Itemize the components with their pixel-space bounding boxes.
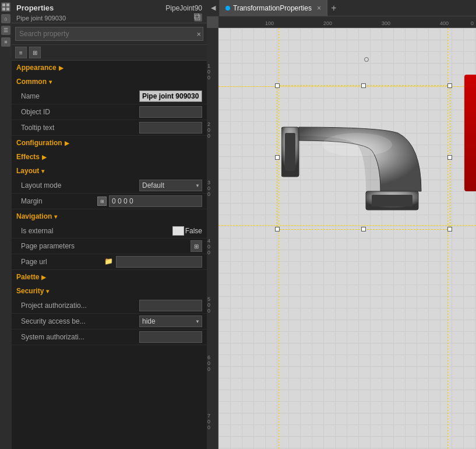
- svg-rect-9: [372, 195, 412, 206]
- appearance-arrow: ▶: [59, 65, 64, 71]
- name-label: Name: [21, 92, 139, 100]
- ruler-vertical: 100 200 300 400 500 600 700: [207, 28, 218, 449]
- ruler-vmark-500: 500: [207, 296, 210, 314]
- sysauth-label: System authorizati...: [21, 333, 139, 341]
- property-name-row: Name: [12, 89, 207, 104]
- ruler-horizontal: 100 200 300 400 0: [218, 16, 476, 28]
- folder-icon[interactable]: 📁: [104, 257, 114, 266]
- property-margin-row: Margin ⊞: [12, 194, 207, 209]
- property-sysauth-row: System authorizati...: [12, 329, 207, 345]
- section-layout[interactable]: Layout ▾: [12, 164, 207, 178]
- ruler-vmark-700: 700: [207, 413, 210, 430]
- palette-arrow: ▶: [41, 274, 46, 280]
- pageparams-label: Page parameters: [21, 242, 191, 250]
- navigation-arrow: ▾: [54, 213, 57, 220]
- sysauth-input[interactable]: [139, 331, 202, 343]
- toggle-checkbox[interactable]: [172, 226, 184, 236]
- layout-arrow: ▾: [41, 168, 44, 174]
- canvas-grid-area: [218, 28, 476, 449]
- canvas-area: 100 200 300 400 0 100 200 300 400 500 60…: [207, 16, 476, 449]
- name-input[interactable]: [139, 90, 202, 102]
- ruler-mark-100: 100: [265, 20, 274, 26]
- tooltip-input[interactable]: [139, 122, 202, 134]
- tab-add-button[interactable]: +: [327, 0, 340, 16]
- margin-icon[interactable]: ⊞: [97, 197, 107, 206]
- svg-rect-5: [194, 13, 199, 18]
- ruler-vmark-600: 600: [207, 355, 210, 372]
- layoutmode-select-wrapper: Default Absolute Relative: [139, 180, 202, 191]
- property-projectauth-row: Project authorizatio...: [12, 298, 207, 314]
- red-accent-element: [464, 75, 476, 191]
- pipe-joint-image: [281, 78, 453, 226]
- tab-dot: [225, 6, 230, 10]
- common-arrow: ▾: [49, 79, 52, 85]
- svg-rect-4: [195, 15, 200, 20]
- property-pageparams-row: Page parameters ⊞: [12, 238, 207, 254]
- pageurl-label: Page url: [21, 258, 102, 266]
- securityaccess-select[interactable]: hide show disable: [139, 315, 202, 327]
- page-params-button[interactable]: ⊞: [191, 240, 202, 252]
- common-label: Common: [16, 78, 47, 86]
- property-objectid-row: Object ID: [12, 104, 207, 120]
- external-label: Is external: [21, 227, 172, 235]
- section-configuration[interactable]: Configuration ▶: [12, 136, 207, 150]
- securityaccess-label: Security access be...: [21, 317, 139, 325]
- app-icon-layers[interactable]: ☰: [1, 26, 10, 35]
- search-input[interactable]: [15, 27, 203, 41]
- navigation-label: Navigation: [16, 212, 52, 220]
- tab-close-button[interactable]: ×: [317, 4, 321, 12]
- section-navigation[interactable]: Navigation ▾: [12, 209, 207, 223]
- section-common[interactable]: Common ▾: [12, 75, 207, 89]
- configuration-arrow: ▶: [65, 140, 69, 146]
- appearance-label: Appearance: [16, 64, 57, 72]
- ruler-vmark-100: 100: [207, 63, 210, 80]
- search-clear-button[interactable]: ×: [196, 30, 201, 38]
- projectauth-input[interactable]: [139, 300, 202, 311]
- toolbar-grid-view-button[interactable]: ⊞: [29, 47, 41, 58]
- pageurl-input[interactable]: [116, 256, 203, 268]
- security-label: Security: [16, 287, 44, 295]
- section-palette[interactable]: Palette ▶: [12, 270, 207, 284]
- svg-rect-0: [2, 3, 5, 6]
- layoutmode-select[interactable]: Default Absolute Relative: [139, 180, 202, 191]
- copy-icon[interactable]: [194, 13, 202, 22]
- guide-line-v-left: [278, 28, 279, 449]
- section-appearance[interactable]: Appearance ▶: [12, 61, 207, 75]
- svg-rect-3: [6, 8, 9, 10]
- panel-title: Properties: [16, 3, 54, 12]
- properties-content: Appearance ▶ Common ▾ Name Object ID Too…: [12, 61, 207, 449]
- layout-label: Layout: [16, 167, 39, 175]
- property-securityaccess-row: Security access be... hide show disable: [12, 314, 207, 329]
- layoutmode-label: Layout mode: [21, 181, 139, 190]
- effects-arrow: ▶: [42, 154, 47, 160]
- projectauth-label: Project authorizatio...: [21, 301, 139, 310]
- app-icon-logo[interactable]: [1, 2, 10, 12]
- property-pageurl-row: Page url 📁: [12, 254, 207, 270]
- panel-header: Properties PipeJoint90 Pipe joint 909030: [12, 0, 207, 23]
- svg-rect-1: [6, 3, 9, 6]
- toolbar-list-view-button[interactable]: ≡: [15, 47, 27, 58]
- margin-label: Margin: [21, 197, 97, 205]
- objectid-label: Object ID: [21, 108, 139, 116]
- effects-label: Effects: [16, 153, 40, 161]
- app-icon-list[interactable]: ≡: [1, 37, 10, 47]
- security-arrow: ▾: [46, 288, 49, 294]
- section-effects[interactable]: Effects ▶: [12, 150, 207, 164]
- target-dot: [364, 57, 369, 62]
- panel-subtitle: Pipe joint 909030: [16, 15, 66, 22]
- section-security[interactable]: Security ▾: [12, 284, 207, 298]
- tab-transformation[interactable]: TransformationProperties ×: [220, 0, 327, 16]
- svg-rect-2: [2, 8, 5, 10]
- app-icon-home[interactable]: ⌂: [1, 14, 10, 23]
- property-tooltip-row: Tooltip text: [12, 120, 207, 136]
- tooltip-label: Tooltip text: [21, 124, 139, 132]
- external-toggle[interactable]: False: [172, 226, 202, 236]
- properties-panel: Properties PipeJoint90 Pipe joint 909030…: [12, 0, 207, 449]
- tab-nav-left[interactable]: ◀: [207, 0, 220, 16]
- objectid-input[interactable]: [139, 106, 202, 118]
- securityaccess-select-wrapper: hide show disable: [139, 315, 202, 327]
- ruler-vmark-300: 300: [207, 180, 210, 197]
- margin-input[interactable]: [109, 195, 202, 207]
- ruler-mark-300: 300: [382, 20, 390, 26]
- property-external-row: Is external False: [12, 223, 207, 238]
